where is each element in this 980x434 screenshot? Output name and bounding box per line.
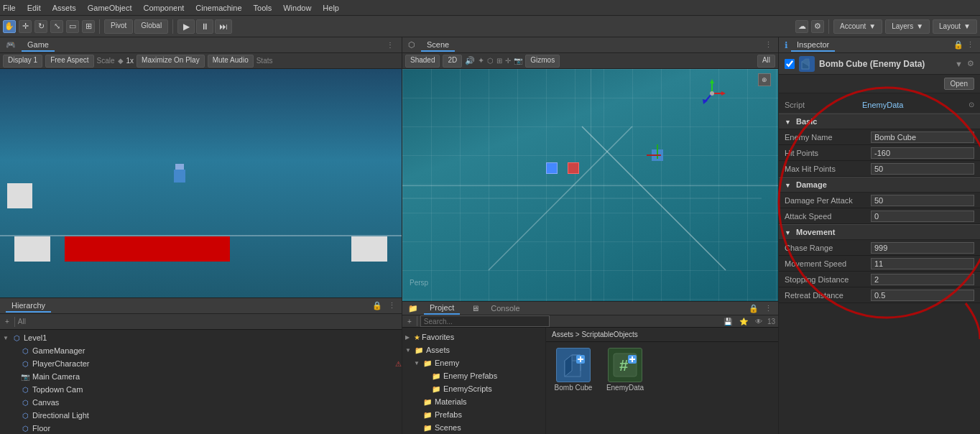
shading-dropdown[interactable]: Shaded: [405, 55, 440, 68]
open-button[interactable]: Open: [944, 78, 974, 90]
menu-window[interactable]: Window: [283, 4, 311, 12]
global-button[interactable]: Global: [134, 19, 168, 34]
hierarchy-item-directionallight[interactable]: ⬡ Directional Light: [0, 409, 402, 422]
retreat-distance-value[interactable]: 0.5: [871, 290, 974, 301]
project-item-enemyscripts[interactable]: 📁 EnemyScripts: [402, 382, 545, 395]
attack-speed-value[interactable]: 0: [871, 211, 974, 222]
project-item-enemyprefabs[interactable]: 📁 Enemy Prefabs: [402, 369, 545, 382]
pivot-button[interactable]: Pivot: [104, 19, 133, 34]
console-icon: 🖥: [471, 304, 479, 313]
object-name: Bomb Cube (Enemy Data): [819, 59, 951, 69]
menu-tools[interactable]: Tools: [254, 4, 272, 12]
hand-tool[interactable]: ✋: [3, 20, 16, 33]
menu-component[interactable]: Component: [143, 4, 184, 12]
project-lock[interactable]: 🔒: [749, 304, 759, 313]
project-item-materials[interactable]: 📁 Materials: [402, 395, 545, 408]
hierarchy-item-level1[interactable]: ▼ ⬡ Level1: [0, 331, 402, 344]
scene-tab[interactable]: Scene: [421, 39, 455, 52]
hierarchy-item-canvas[interactable]: ⬡ Canvas: [0, 396, 402, 409]
rect-tool[interactable]: ▭: [66, 20, 79, 33]
hierarchy-tab[interactable]: Hierarchy: [6, 300, 51, 313]
pause-button[interactable]: ⏸: [196, 19, 213, 34]
project-item-scenes[interactable]: 📁 Scenes: [402, 421, 545, 434]
rotate-tool[interactable]: ↻: [34, 20, 47, 33]
hierarchy-lock-icon[interactable]: 🔒: [372, 301, 382, 310]
menu-file[interactable]: File: [3, 4, 16, 12]
enemy-name-value[interactable]: Bomb Cube: [871, 131, 974, 143]
max-hit-points-label: Max Hit Points: [785, 165, 871, 173]
game-tab[interactable]: Game: [22, 39, 55, 52]
stopping-distance-value[interactable]: 2: [871, 274, 974, 285]
enemydata-icon: #: [608, 348, 642, 382]
hierarchy-item-topdowncam[interactable]: ⬡ Topdown Cam: [0, 383, 402, 396]
layers-label: Layers: [892, 22, 913, 30]
menu-assets[interactable]: Assets: [52, 4, 76, 12]
project-tab[interactable]: Project: [424, 302, 460, 315]
chase-range-value[interactable]: 999: [871, 242, 974, 254]
svg-rect-20: [629, 359, 635, 360]
project-search-input[interactable]: [420, 315, 550, 327]
hit-points-value[interactable]: -160: [871, 147, 974, 159]
scale-tool[interactable]: ⤡: [50, 20, 63, 33]
gizmos-btn[interactable]: Gizmos: [525, 55, 560, 68]
all-btn[interactable]: All: [757, 55, 775, 68]
maximize-btn[interactable]: Maximize On Play: [137, 55, 205, 68]
hierarchy-item-floor[interactable]: ⬡ Floor: [0, 422, 402, 434]
layout-dropdown[interactable]: Layout ▼: [933, 19, 977, 34]
menu-cinemachine[interactable]: Cinemachine: [195, 4, 241, 12]
project-add-btn[interactable]: +: [405, 318, 414, 326]
project-item-favorites[interactable]: ▶ ★ Favorites: [402, 331, 545, 343]
project-item-assets[interactable]: ▼ 📁 Assets: [402, 343, 545, 356]
hierarchy-item-maincamera[interactable]: 📷 Main Camera: [0, 370, 402, 383]
nav-tool1[interactable]: ⊕: [758, 73, 771, 86]
script-select-icon[interactable]: ⊙: [969, 101, 974, 108]
favorites-label: Favorites: [422, 333, 454, 341]
sep: [417, 316, 417, 326]
inspector-lock-icon[interactable]: 🔒: [953, 40, 963, 50]
aspect-dropdown[interactable]: Free Aspect: [45, 55, 93, 68]
star-icon[interactable]: ⭐: [737, 318, 750, 326]
play-button[interactable]: ▶: [177, 19, 195, 34]
layers-dropdown[interactable]: Layers ▼: [885, 19, 930, 34]
scene-content[interactable]: ⊕ Persp: [402, 69, 778, 301]
max-hit-points-value[interactable]: 50: [871, 163, 974, 175]
cloud-icon[interactable]: ⚙: [811, 20, 824, 33]
hierarchy-menu-icon[interactable]: ⋮: [388, 301, 396, 310]
inspector-tab[interactable]: Inspector: [791, 39, 835, 52]
inspector-menu-icon[interactable]: ⋮: [966, 40, 974, 50]
console-tab[interactable]: Console: [485, 303, 525, 314]
project-menu[interactable]: ⋮: [764, 304, 772, 313]
save-icon[interactable]: 💾: [721, 318, 734, 326]
menu-gameobject[interactable]: GameObject: [88, 4, 132, 12]
object-active-checkbox[interactable]: [785, 59, 795, 69]
transform-tool[interactable]: ⊞: [82, 20, 95, 33]
menu-help[interactable]: Help: [323, 4, 339, 12]
hierarchy-item-gamemanager[interactable]: ⬡ GameManager: [0, 344, 402, 357]
mute-btn[interactable]: Mute Audio: [208, 55, 254, 68]
open-btn-row: Open: [779, 75, 980, 93]
damage-per-attack-value[interactable]: 50: [871, 195, 974, 206]
hierarchy-item-playercharacter[interactable]: ⬡ PlayerCharacter ⚠: [0, 357, 402, 370]
project-item-prefabs[interactable]: 📁 Prefabs: [402, 408, 545, 421]
x-axis: [647, 154, 661, 156]
display-dropdown[interactable]: Display 1: [3, 55, 42, 68]
arrow: ▼: [414, 360, 422, 366]
collab-icon[interactable]: ☁: [795, 20, 808, 33]
scene-menu[interactable]: ⋮: [764, 40, 772, 50]
hierarchy-add-btn[interactable]: +: [3, 318, 11, 326]
script-value[interactable]: EnemyData: [862, 101, 903, 109]
account-dropdown[interactable]: Account ▼: [833, 19, 882, 34]
movement-speed-value[interactable]: 11: [871, 258, 974, 269]
move-tool[interactable]: ✛: [19, 20, 32, 33]
scene-header: ⬡ Scene ⋮: [402, 37, 778, 53]
asset-bombcube[interactable]: Bomb Cube: [552, 348, 595, 434]
eye-icon[interactable]: 👁: [753, 318, 764, 326]
menu-edit[interactable]: Edit: [27, 4, 41, 12]
vertical-line: [591, 69, 591, 301]
2d-button[interactable]: 2D: [443, 55, 462, 68]
asset-enemydata[interactable]: # EnemyData: [604, 348, 647, 434]
svg-text:#: #: [619, 356, 628, 374]
game-panel-menu[interactable]: ⋮: [384, 41, 396, 49]
step-button[interactable]: ⏭: [215, 19, 232, 34]
project-item-enemy[interactable]: ▼ 📁 Enemy: [402, 356, 545, 369]
